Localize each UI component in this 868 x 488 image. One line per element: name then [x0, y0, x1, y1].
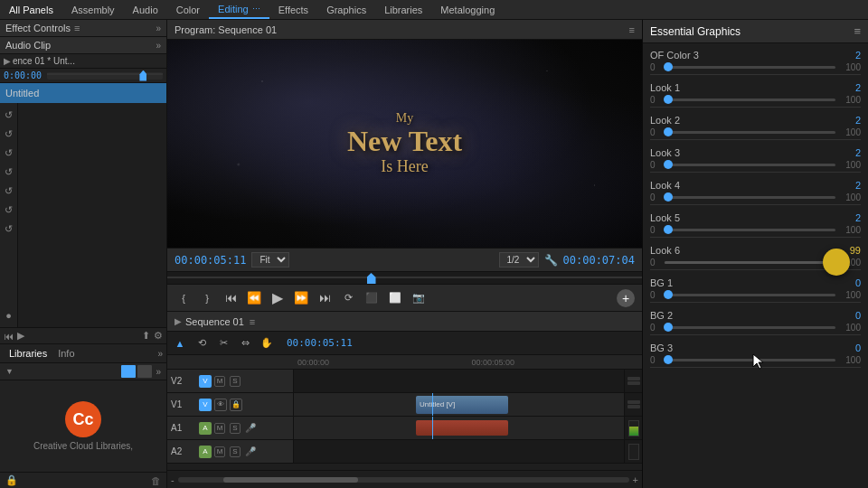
nav-assembly[interactable]: Assembly: [62, 0, 124, 19]
nav-metalogging[interactable]: Metalogging: [431, 0, 504, 19]
ess-value-0[interactable]: 2: [855, 50, 861, 61]
nav-audio[interactable]: Audio: [124, 0, 167, 19]
monitor-menu-icon[interactable]: ≡: [629, 24, 635, 35]
btn-reset2[interactable]: ↺: [1, 126, 17, 142]
v1-clip[interactable]: Untitled [V]: [416, 396, 508, 414]
track-v1-icon[interactable]: V: [199, 399, 212, 411]
libraries-dropdown[interactable]: ▼ »: [0, 363, 166, 380]
libraries-tab[interactable]: Libraries: [4, 346, 52, 361]
step-fwd-btn[interactable]: ⏭: [316, 289, 334, 307]
track-a1-mic[interactable]: 🎤: [245, 423, 256, 433]
wrench-icon[interactable]: 🔧: [544, 254, 558, 267]
trash-icon[interactable]: 🗑: [151, 475, 161, 486]
track-v2-content[interactable]: [294, 370, 624, 392]
expand-icon2[interactable]: »: [156, 367, 161, 377]
mark-in-btn[interactable]: {: [175, 289, 193, 307]
zoom-out-btn[interactable]: -: [171, 474, 175, 485]
ess-slider-7[interactable]: [665, 294, 835, 296]
nav-libraries[interactable]: Libraries: [375, 0, 431, 19]
track-a2-s[interactable]: S: [230, 446, 241, 457]
transport-export[interactable]: ⬆: [142, 330, 150, 342]
track-v2-icon[interactable]: V: [199, 375, 212, 388]
track-v2-toggle[interactable]: M: [214, 376, 225, 387]
select-tool[interactable]: ▲: [171, 334, 189, 352]
ess-thumb-6[interactable]: [823, 249, 850, 276]
track-a1-s[interactable]: S: [230, 423, 241, 434]
step-back-btn[interactable]: ⏮: [222, 289, 240, 307]
btn-reset4[interactable]: ↺: [1, 164, 17, 180]
transport-play[interactable]: ▶: [17, 330, 24, 342]
insert-btn[interactable]: ⬛: [363, 289, 381, 307]
track-a2-content[interactable]: [294, 440, 624, 463]
track-a2-mic[interactable]: 🎤: [245, 446, 256, 456]
ripple-tool[interactable]: ⟲: [193, 334, 211, 352]
ess-slider-1[interactable]: [665, 99, 835, 101]
track-v2-s[interactable]: S: [230, 376, 241, 387]
grid-view-btn[interactable]: [121, 365, 136, 378]
ess-thumb-7[interactable]: [664, 290, 673, 299]
track-a1-icon[interactable]: A: [199, 422, 212, 435]
ess-thumb-3[interactable]: [664, 160, 673, 169]
btn-reset5[interactable]: ↺: [1, 183, 17, 199]
track-a1-toggle[interactable]: M: [214, 423, 225, 434]
btn-reset3[interactable]: ↺: [1, 145, 17, 161]
btn-reset[interactable]: ↺: [1, 107, 17, 123]
loop-btn[interactable]: ⟳: [339, 289, 357, 307]
ess-slider-6[interactable]: [665, 261, 835, 264]
add-marker-btn[interactable]: +: [617, 289, 635, 307]
razor-tool[interactable]: ✂: [214, 334, 232, 352]
ess-slider-4[interactable]: [665, 196, 835, 199]
ess-value-8[interactable]: 0: [855, 310, 861, 321]
ess-slider-3[interactable]: [665, 164, 835, 166]
transport-step-back[interactable]: ⏮: [4, 331, 14, 342]
ess-slider-8[interactable]: [665, 326, 835, 329]
fit-select[interactable]: Fit: [251, 252, 289, 267]
track-a1-content[interactable]: [294, 417, 624, 439]
track-a2-toggle[interactable]: M: [214, 446, 225, 457]
track-v1-content[interactable]: Untitled [V]: [294, 393, 624, 416]
ess-thumb-4[interactable]: [664, 192, 673, 202]
ess-value-9[interactable]: 0: [855, 343, 861, 353]
ess-value-4[interactable]: 2: [855, 180, 861, 191]
audio-expand-icon[interactable]: »: [156, 41, 161, 51]
forward-btn[interactable]: ⏩: [292, 289, 310, 307]
ess-slider-2[interactable]: [665, 131, 835, 134]
ess-thumb-0[interactable]: [664, 62, 673, 71]
timecode-left[interactable]: 00:00:05:11: [175, 254, 246, 267]
ess-slider-9[interactable]: [665, 359, 835, 361]
overwrite-btn[interactable]: ⬜: [386, 289, 404, 307]
ess-value-2[interactable]: 2: [855, 115, 861, 126]
a1-clip[interactable]: [416, 420, 508, 436]
ess-thumb-9[interactable]: [664, 355, 673, 364]
seq-menu-icon[interactable]: ≡: [250, 316, 255, 327]
ess-thumb-1[interactable]: [664, 95, 673, 104]
zoom-in-btn[interactable]: +: [633, 474, 638, 485]
fraction-select[interactable]: 1/2: [499, 252, 539, 267]
btn-reset8[interactable]: ●: [1, 307, 17, 324]
expand-icon[interactable]: »: [156, 23, 161, 33]
track-v1-lock[interactable]: 🔒: [230, 399, 242, 411]
mark-out-btn[interactable]: }: [198, 289, 216, 307]
ess-slider-0[interactable]: [665, 66, 835, 69]
selected-item[interactable]: Untitled: [0, 83, 166, 103]
ess-value-3[interactable]: 2: [855, 147, 861, 158]
hand-tool[interactable]: ✋: [258, 334, 276, 352]
ess-menu-icon[interactable]: ≡: [854, 24, 861, 38]
nav-editing[interactable]: Editing ⋯: [209, 0, 269, 19]
btn-reset7[interactable]: ↺: [1, 221, 17, 237]
camera-btn[interactable]: 📷: [410, 289, 428, 307]
ess-value-5[interactable]: 2: [855, 212, 861, 223]
ess-value-6[interactable]: 99: [850, 245, 861, 256]
nav-graphics[interactable]: Graphics: [317, 0, 375, 19]
panel-menu-icon[interactable]: ≡: [74, 23, 80, 33]
ess-thumb-5[interactable]: [664, 225, 673, 234]
timeline-scrub[interactable]: [167, 271, 642, 284]
ess-value-7[interactable]: 0: [855, 277, 861, 288]
zoom-bar[interactable]: [178, 477, 629, 483]
track-a2-icon[interactable]: A: [199, 446, 212, 458]
seq-timecode[interactable]: 00:00:05:11: [287, 337, 353, 349]
nav-effects[interactable]: Effects: [269, 0, 317, 19]
nav-all-panels[interactable]: All Panels: [0, 0, 62, 19]
btn-reset6[interactable]: ↺: [1, 202, 17, 218]
bottom-expand-icon[interactable]: »: [157, 349, 163, 359]
